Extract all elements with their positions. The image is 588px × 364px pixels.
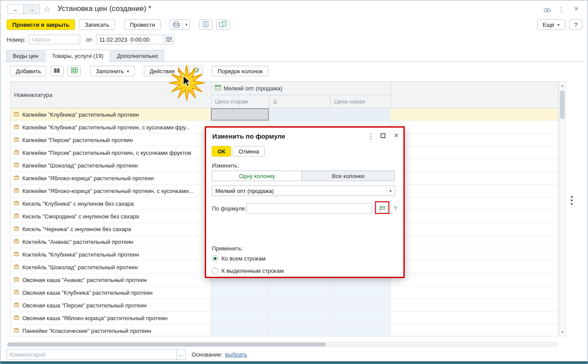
dialog-close-icon[interactable]: ✕: [394, 132, 399, 139]
number-input[interactable]: [29, 35, 80, 44]
formula-input[interactable]: [246, 203, 372, 214]
vertical-scroll-thumb[interactable]: [560, 90, 565, 119]
cell-new-price[interactable]: [330, 286, 391, 299]
compare-documents-button[interactable]: [216, 19, 229, 30]
print-dropdown-icon[interactable]: [182, 20, 189, 29]
window-menu-icon[interactable]: ⋮: [558, 5, 565, 14]
post-button[interactable]: Провести: [124, 19, 161, 30]
tab-additional[interactable]: Дополнительно: [111, 50, 164, 61]
apply-selected-rows-radio[interactable]: К выделенным строкам: [212, 268, 284, 274]
report-structure-button[interactable]: [199, 19, 212, 30]
combo-dropdown-icon[interactable]: [386, 186, 395, 196]
favorite-star-icon[interactable]: ☆: [43, 4, 51, 14]
dialog-maximize-icon[interactable]: [381, 133, 385, 138]
comment-input[interactable]: [7, 349, 177, 360]
tab-price-types[interactable]: Виды цен: [7, 50, 44, 61]
calendar-button[interactable]: [164, 35, 174, 44]
cell-nomenclature[interactable]: Коктейль "Шоколад" растительный протеин: [11, 261, 211, 273]
cell-nomenclature[interactable]: Овсяная каша "Клубника" растительный про…: [11, 286, 211, 299]
cell-nomenclature[interactable]: Капкейки "Клубника" растительный протеин: [11, 108, 211, 121]
cell-old-price[interactable]: [211, 325, 269, 336]
cancel-button[interactable]: Отмена: [233, 146, 265, 157]
cell-nomenclature[interactable]: Капкейки "Персик" растительный протеин: [11, 134, 211, 146]
cell-nomenclature[interactable]: Капкейки "Клубника" растительный протеин…: [11, 121, 211, 133]
formula-button-annotation-box: f: [375, 201, 389, 214]
change-by-formula-button[interactable]: [189, 66, 203, 76]
fill-menu-button[interactable]: Заполнить: [90, 66, 135, 76]
cell-new-price[interactable]: [330, 325, 391, 336]
product-name: Капкейки "Яблоко-корица" растительный пр…: [22, 175, 154, 182]
cell-filler: [391, 312, 559, 324]
actions-menu-button[interactable]: Действия: [144, 66, 185, 76]
get-link-icon[interactable]: [544, 7, 551, 14]
horizontal-scrollbar[interactable]: [7, 342, 559, 347]
cell-old-price[interactable]: [211, 108, 269, 121]
dialog-menu-icon[interactable]: ⋮: [367, 132, 374, 140]
cell-nomenclature[interactable]: Капкейки "Персик" растительный протеин, …: [11, 146, 211, 159]
cell-nomenclature[interactable]: Кисель "Клубника" с инулином без сахара: [11, 197, 211, 210]
basis-select-link[interactable]: выбрать: [225, 351, 247, 358]
cell-nomenclature[interactable]: Панкейки "Классические" растительный про…: [11, 325, 211, 336]
header-new-price[interactable]: Цена новая: [330, 95, 391, 108]
table-row[interactable]: Овсяная каша "Яблоко-корица" растительны…: [11, 312, 559, 325]
cell-nomenclature[interactable]: Овсяная каша "Яблоко-корица" растительны…: [11, 312, 211, 324]
cell-nomenclature[interactable]: Коктейль "Ананас" растительный протеин: [11, 236, 211, 248]
more-actions-button[interactable]: Еще: [537, 19, 565, 30]
add-row-button[interactable]: Добавить: [10, 66, 46, 76]
header-nomenclature[interactable]: Номенклатура: [10, 81, 211, 108]
back-button[interactable]: ←: [7, 4, 24, 14]
cell-nomenclature[interactable]: Кисель "Смородина" с инулином без сахара: [11, 210, 211, 222]
cell-delta[interactable]: [269, 312, 330, 324]
cell-filler: [391, 172, 559, 184]
table-row[interactable]: Капкейки "Клубника" растительный протеин: [11, 108, 559, 121]
cell-nomenclature[interactable]: Кисель "Черника" с инулином без сахара: [11, 223, 211, 235]
close-icon[interactable]: ✕: [574, 5, 579, 12]
column-order-button[interactable]: Порядок колонок: [212, 66, 268, 76]
scroll-down-icon[interactable]: [559, 328, 566, 335]
cell-new-price[interactable]: [330, 108, 391, 121]
cell-nomenclature[interactable]: Капкейки "Шоколад" растительный протеин: [11, 159, 211, 171]
header-delta[interactable]: Δ: [269, 95, 331, 108]
ok-button[interactable]: ОК: [212, 146, 231, 157]
one-column-option[interactable]: Одну колонку: [212, 171, 302, 181]
table-row[interactable]: Овсяная каша "Персик" растительный проте…: [11, 299, 559, 312]
print-split-button[interactable]: [170, 19, 190, 30]
formula-help-link[interactable]: ?: [394, 205, 397, 212]
tab-goods-services[interactable]: Товары, услуги (19): [46, 50, 110, 62]
header-price-group[interactable]: Мелкий опт (продажа): [211, 81, 391, 95]
cell-new-price[interactable]: [330, 312, 391, 324]
formula-editor-button[interactable]: f: [376, 203, 388, 213]
header-old-price[interactable]: Цена старая: [211, 95, 270, 108]
panel-splitter-handle[interactable]: [571, 196, 573, 205]
scroll-up-icon[interactable]: [559, 82, 566, 89]
price-type-select[interactable]: Мелкий опт (продажа): [212, 186, 395, 196]
cell-nomenclature[interactable]: Овсяная каша "Ананас" растительный проте…: [11, 274, 211, 286]
cell-nomenclature[interactable]: Овсяная каша "Персик" растительный проте…: [11, 299, 211, 311]
cell-delta[interactable]: [269, 325, 330, 336]
write-button[interactable]: Записать: [79, 19, 115, 30]
cell-new-price[interactable]: [330, 299, 391, 311]
cell-old-price[interactable]: [211, 299, 269, 311]
table-row[interactable]: Овсяная каша "Клубника" растительный про…: [11, 286, 559, 299]
comment-expand-button[interactable]: ...: [177, 349, 185, 360]
table-row[interactable]: Панкейки "Классические" растительный про…: [11, 325, 559, 336]
pick-from-list-button[interactable]: [68, 66, 81, 76]
print-icon[interactable]: [170, 20, 182, 29]
horizontal-scroll-thumb[interactable]: [7, 343, 326, 346]
cell-nomenclature[interactable]: Капкейки "Яблоко-корица" растительный пр…: [11, 185, 211, 197]
forward-button[interactable]: →: [24, 4, 40, 14]
cell-nomenclature[interactable]: Коктейль "Клубника" растительный протеин: [11, 248, 211, 261]
date-input[interactable]: [96, 35, 164, 44]
post-and-close-button[interactable]: Провести и закрыть: [7, 19, 75, 30]
all-columns-option[interactable]: Все колонки: [302, 171, 395, 181]
cell-delta[interactable]: [269, 286, 330, 299]
apply-all-rows-radio[interactable]: Ко всем строкам: [212, 255, 266, 262]
help-button[interactable]: ?: [569, 19, 582, 30]
cell-nomenclature[interactable]: Капкейки "Яблоко-корица" растительный пр…: [11, 172, 211, 184]
barcode-button[interactable]: [50, 66, 64, 76]
cell-delta[interactable]: [269, 108, 330, 121]
vertical-scrollbar[interactable]: [559, 81, 566, 336]
cell-delta[interactable]: [269, 299, 330, 311]
cell-old-price[interactable]: [211, 312, 269, 324]
cell-old-price[interactable]: [211, 286, 269, 299]
